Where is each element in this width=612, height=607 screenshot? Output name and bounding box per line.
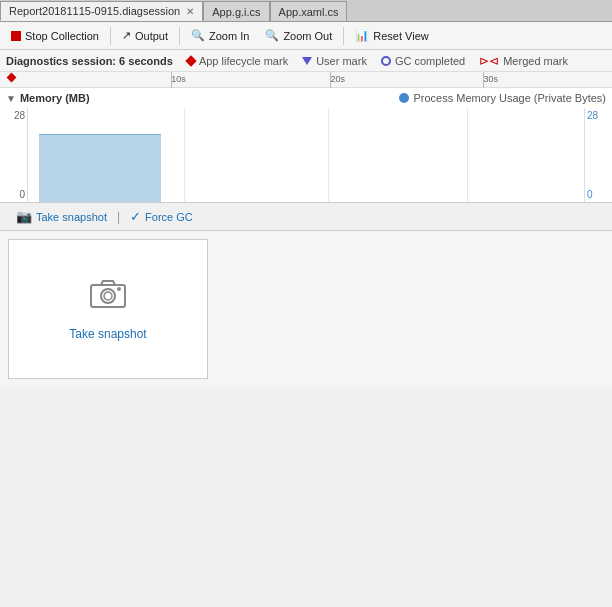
output-icon: ↗ xyxy=(122,29,131,42)
tab-bar: Report20181115-0915.diagsession ✕ App.g.… xyxy=(0,0,612,22)
tab-appgics-label: App.g.i.cs xyxy=(212,6,260,18)
action-bar: 📷 Take snapshot | ✓ Force GC xyxy=(0,203,612,231)
zoom-in-button[interactable]: 🔍 Zoom In xyxy=(184,25,256,47)
diagnostics-bar: Diagnostics session: 6 seconds App lifec… xyxy=(0,50,612,72)
tab-appgics[interactable]: App.g.i.cs xyxy=(203,1,269,21)
reset-view-button[interactable]: 📊 Reset View xyxy=(348,25,435,47)
toolbar-separator-1 xyxy=(110,27,111,45)
grid-line-1 xyxy=(184,108,185,202)
tab-report-label: Report20181115-0915.diagsession xyxy=(9,5,180,17)
chart-legend: Process Memory Usage (Private Bytes) xyxy=(399,92,606,104)
legend-dot-icon xyxy=(399,93,409,103)
take-snapshot-action-label: Take snapshot xyxy=(36,211,107,223)
zoom-out-icon: 🔍 xyxy=(265,29,279,42)
collapse-arrow-icon[interactable]: ▼ xyxy=(6,93,16,104)
user-mark-label: User mark xyxy=(316,55,367,67)
svg-point-2 xyxy=(104,292,112,300)
timeline-diamond-mark xyxy=(7,72,17,82)
timeline-ruler: 10s 20s 30s xyxy=(0,72,612,88)
tab-report-close[interactable]: ✕ xyxy=(186,6,194,17)
diamond-icon xyxy=(185,55,196,66)
toolbar-separator-2 xyxy=(179,27,180,45)
memory-fill-area xyxy=(39,134,161,202)
y-axis-right: 28 0 xyxy=(584,108,612,202)
zoom-in-label: Zoom In xyxy=(209,30,249,42)
tab-report[interactable]: Report20181115-0915.diagsession ✕ xyxy=(0,1,203,21)
legend-app-lifecycle: App lifecycle mark xyxy=(187,55,288,67)
gc-completed-label: GC completed xyxy=(395,55,465,67)
zoom-out-button[interactable]: 🔍 Zoom Out xyxy=(258,25,339,47)
legend-user-mark: User mark xyxy=(302,55,367,67)
chart-title-label: Memory (MB) xyxy=(20,92,90,104)
output-label: Output xyxy=(135,30,168,42)
svg-point-1 xyxy=(101,289,115,303)
stop-collection-button[interactable]: Stop Collection xyxy=(4,25,106,47)
legend-gc-completed: GC completed xyxy=(381,55,465,67)
grid-line-3 xyxy=(467,108,468,202)
zoom-in-icon: 🔍 xyxy=(191,29,205,42)
svg-point-3 xyxy=(117,287,121,291)
y-max-right-label: 28 xyxy=(587,110,598,121)
bottom-panel: 📷 Take snapshot | ✓ Force GC Take snapsh… xyxy=(0,203,612,387)
ruler-30s: 30s xyxy=(483,74,498,84)
reset-view-icon: 📊 xyxy=(355,29,369,42)
chart-title-area: ▼ Memory (MB) xyxy=(6,92,90,104)
reset-view-label: Reset View xyxy=(373,30,428,42)
chart-header: ▼ Memory (MB) Process Memory Usage (Priv… xyxy=(0,88,612,108)
gc-icon xyxy=(381,56,391,66)
tab-appxaml-label: App.xaml.cs xyxy=(279,6,339,18)
camera-small-icon: 📷 xyxy=(16,209,32,224)
triangle-down-icon xyxy=(302,57,312,65)
camera-icon xyxy=(90,278,126,315)
y-max-label: 28 xyxy=(14,110,25,121)
stop-icon xyxy=(11,31,21,41)
toolbar: Stop Collection ↗ Output 🔍 Zoom In 🔍 Zoo… xyxy=(0,22,612,50)
force-gc-icon: ✓ xyxy=(130,209,141,224)
ruler-20s: 20s xyxy=(330,74,345,84)
force-gc-label: Force GC xyxy=(145,211,193,223)
memory-chart-section: ▼ Memory (MB) Process Memory Usage (Priv… xyxy=(0,88,612,203)
merged-mark-label: Merged mark xyxy=(503,55,568,67)
snapshot-card[interactable]: Take snapshot xyxy=(8,239,208,379)
toolbar-separator-3 xyxy=(343,27,344,45)
force-gc-button[interactable]: ✓ Force GC xyxy=(122,207,201,226)
chart-legend-label: Process Memory Usage (Private Bytes) xyxy=(413,92,606,104)
tab-appxaml[interactable]: App.xaml.cs xyxy=(270,1,348,21)
action-separator: | xyxy=(115,210,122,224)
snapshot-area: Take snapshot xyxy=(0,231,612,387)
stop-collection-label: Stop Collection xyxy=(25,30,99,42)
zoom-out-label: Zoom Out xyxy=(283,30,332,42)
app-lifecycle-label: App lifecycle mark xyxy=(199,55,288,67)
y-min-label: 0 xyxy=(19,189,25,200)
output-button[interactable]: ↗ Output xyxy=(115,25,175,47)
y-min-right-label: 0 xyxy=(587,189,593,200)
ruler-10s: 10s xyxy=(171,74,186,84)
chart-area: 28 0 28 0 xyxy=(0,108,612,202)
grid-line-2 xyxy=(328,108,329,202)
chart-canvas[interactable] xyxy=(28,108,584,202)
snapshot-card-label: Take snapshot xyxy=(69,327,146,341)
y-axis-left: 28 0 xyxy=(0,108,28,202)
merged-icon: ⊳⊲ xyxy=(479,54,499,68)
session-label: Diagnostics session: 6 seconds xyxy=(6,55,173,67)
legend-merged-mark: ⊳⊲ Merged mark xyxy=(479,54,568,68)
take-snapshot-button[interactable]: 📷 Take snapshot xyxy=(8,207,115,226)
